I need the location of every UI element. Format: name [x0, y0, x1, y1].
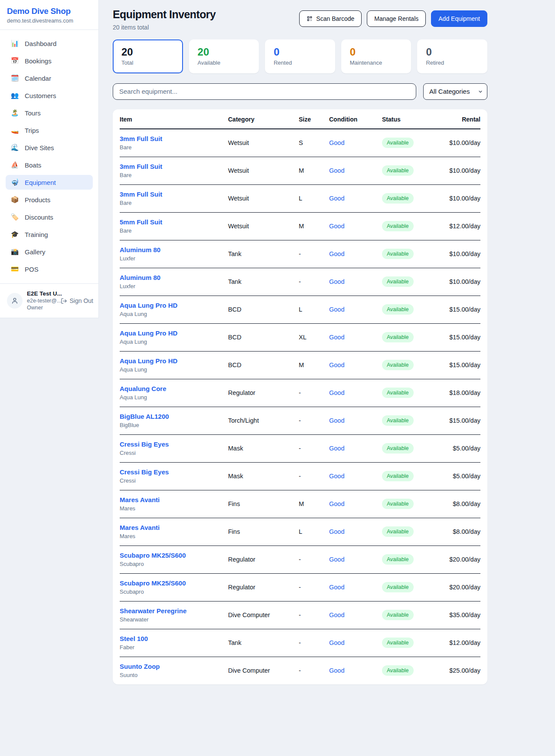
item-name-link[interactable]: Shearwater Peregrine [120, 607, 225, 615]
rental-price: $15.00/day [446, 296, 480, 323]
condition-link[interactable]: Good [329, 389, 344, 396]
manage-rentals-button[interactable]: Manage Rentals [367, 10, 426, 27]
sidebar-item-equipment[interactable]: 🤿 Equipment [6, 175, 93, 190]
item-size: - [299, 407, 329, 434]
stat-card-total[interactable]: 20 Total [113, 39, 183, 73]
table-row: Steel 100 Faber Tank - Good Available $1… [120, 629, 480, 657]
status-badge: Available [382, 471, 414, 481]
sidebar-item-tours[interactable]: 🏝️ Tours [6, 105, 93, 120]
bookings-icon: 📅 [10, 57, 19, 65]
item-name-link[interactable]: Aqua Lung Pro HD [120, 302, 225, 309]
item-brand: Aqua Lung [120, 394, 225, 401]
item-name-link[interactable]: Steel 100 [120, 635, 225, 642]
rental-price: $12.00/day [446, 212, 480, 240]
item-name-link[interactable]: Mares Avanti [120, 496, 225, 503]
item-name-link[interactable]: 3mm Full Suit [120, 163, 225, 170]
item-name-link[interactable]: Suunto Zoop [120, 663, 225, 670]
item-brand: Mares [120, 533, 225, 539]
sidebar-item-discounts[interactable]: 🏷️ Discounts [6, 210, 93, 224]
stat-card-available[interactable]: 20 Available [189, 39, 259, 73]
item-name-link[interactable]: Aluminum 80 [120, 246, 225, 253]
chevron-down-icon [478, 89, 483, 94]
item-name-link[interactable]: Mares Avanti [120, 524, 225, 531]
sidebar-item-label: Boats [25, 161, 41, 169]
main-content: Equipment Inventory 20 items total Scan … [99, 0, 487, 710]
stat-value: 0 [274, 46, 326, 58]
sidebar-item-pos[interactable]: 💳 POS [6, 262, 93, 276]
item-name-link[interactable]: Aqua Lung Pro HD [120, 357, 225, 365]
sidebar-item-customers[interactable]: 👥 Customers [6, 88, 93, 103]
stat-label: Total [121, 59, 174, 66]
condition-link[interactable]: Good [329, 334, 344, 341]
sidebar-item-boats[interactable]: ⛵ Boats [6, 158, 93, 172]
item-name-link[interactable]: 3mm Full Suit [120, 191, 225, 198]
sidebar-item-dashboard[interactable]: 📊 Dashboard [6, 36, 93, 51]
item-size: - [299, 573, 329, 601]
item-name-link[interactable]: Scubapro MK25/S600 [120, 579, 225, 587]
scan-barcode-button[interactable]: Scan Barcode [299, 10, 362, 27]
item-category: BCD [228, 296, 299, 323]
condition-link[interactable]: Good [329, 445, 344, 452]
table-row: Scubapro MK25/S600 Scubapro Regulator - … [120, 546, 480, 573]
status-badge: Available [382, 360, 414, 370]
condition-link[interactable]: Good [329, 639, 344, 646]
condition-link[interactable]: Good [329, 556, 344, 563]
condition-link[interactable]: Good [329, 528, 344, 535]
item-name-link[interactable]: Cressi Big Eyes [120, 440, 225, 448]
sidebar-item-trips[interactable]: 🚤 Trips [6, 123, 93, 138]
condition-link[interactable]: Good [329, 167, 344, 174]
stat-card-retired[interactable]: 0 Retired [417, 39, 487, 73]
search-input[interactable] [113, 83, 416, 100]
column-header-status: Status [382, 109, 446, 129]
rental-price: $18.00/day [446, 379, 480, 407]
sidebar-item-label: Products [25, 196, 50, 204]
status-badge: Available [382, 582, 414, 592]
condition-link[interactable]: Good [329, 611, 344, 618]
sidebar-item-dive-sites[interactable]: 🌊 Dive Sites [6, 140, 93, 155]
sidebar-item-calendar[interactable]: 🗓️ Calendar [6, 71, 93, 85]
condition-link[interactable]: Good [329, 139, 344, 146]
item-name-link[interactable]: BigBlue AL1200 [120, 413, 225, 420]
add-equipment-button[interactable]: Add Equipment [431, 10, 487, 27]
condition-link[interactable]: Good [329, 278, 344, 285]
item-size: L [299, 518, 329, 546]
condition-link[interactable]: Good [329, 195, 344, 202]
sidebar-item-gallery[interactable]: 📸 Gallery [6, 244, 93, 259]
sign-out-button[interactable]: Sign Out [61, 297, 93, 304]
item-category: Mask [228, 434, 299, 462]
condition-link[interactable]: Good [329, 250, 344, 257]
condition-link[interactable]: Good [329, 306, 344, 313]
condition-link[interactable]: Good [329, 417, 344, 424]
table-row: Aluminum 80 Luxfer Tank - Good Available… [120, 240, 480, 268]
item-name-link[interactable]: Cressi Big Eyes [120, 468, 225, 476]
sidebar-item-training[interactable]: 🎓 Training [6, 227, 93, 242]
condition-link[interactable]: Good [329, 500, 344, 507]
condition-link[interactable]: Good [329, 362, 344, 368]
stat-card-maintenance[interactable]: 0 Maintenance [341, 39, 411, 73]
condition-link[interactable]: Good [329, 584, 344, 591]
brand-block: Demo Dive Shop demo.test.divestreams.com [0, 0, 98, 30]
condition-link[interactable]: Good [329, 667, 344, 674]
rental-price: $10.00/day [446, 157, 480, 184]
item-category: Fins [228, 518, 299, 546]
item-name-link[interactable]: 5mm Full Suit [120, 218, 225, 226]
stat-card-rented[interactable]: 0 Rented [265, 39, 335, 73]
item-name-link[interactable]: 3mm Full Suit [120, 135, 225, 142]
sidebar-item-products[interactable]: 📦 Products [6, 192, 93, 207]
item-category: Regulator [228, 546, 299, 573]
item-category: Tank [228, 268, 299, 296]
item-name-link[interactable]: Aluminum 80 [120, 274, 225, 281]
item-name-link[interactable]: Aqua Lung Pro HD [120, 329, 225, 337]
table-row: Aqua Lung Pro HD Aqua Lung BCD L Good Av… [120, 296, 480, 323]
category-select[interactable]: All Categories [423, 83, 487, 100]
person-icon [11, 297, 19, 305]
condition-link[interactable]: Good [329, 223, 344, 230]
condition-link[interactable]: Good [329, 473, 344, 480]
status-badge: Available [382, 554, 414, 565]
item-name-link[interactable]: Scubapro MK25/S600 [120, 552, 225, 559]
item-brand: Bare [120, 227, 225, 234]
item-category: Dive Computer [228, 657, 299, 684]
sidebar-item-bookings[interactable]: 📅 Bookings [6, 53, 93, 68]
item-size: - [299, 657, 329, 684]
item-name-link[interactable]: Aqualung Core [120, 385, 225, 392]
